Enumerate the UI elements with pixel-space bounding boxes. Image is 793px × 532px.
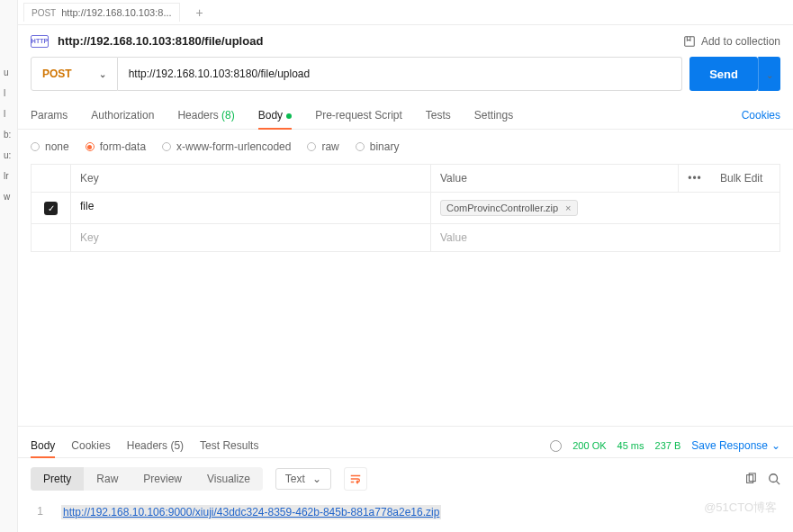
view-raw[interactable]: Raw <box>84 467 131 491</box>
view-pretty[interactable]: Pretty <box>31 467 84 491</box>
status-code: 200 OK <box>572 440 606 451</box>
response-body: 1 http://192.168.10.106:9000/xiuji/43ddc… <box>18 500 793 532</box>
resp-tab-body[interactable]: Body <box>31 434 55 457</box>
form-data-table: Key Value ••• Bulk Edit ✓ ComProvincCont… <box>31 164 780 252</box>
radio-icon <box>162 142 171 151</box>
tabs-bar: POST http://192.168.10.103:8... + <box>18 0 793 25</box>
table-header: Key Value ••• Bulk Edit <box>32 165 779 193</box>
rail-item[interactable]: l <box>0 83 17 104</box>
request-tabs: Params Authorization Headers (8) Body Pr… <box>18 102 793 130</box>
view-preview[interactable]: Preview <box>131 467 194 491</box>
response-tabs: Body Cookies Headers (5) Test Results 20… <box>18 427 793 458</box>
response-meta: 200 OK 45 ms 237 B Save Response ⌄ <box>550 439 780 452</box>
tab-headers[interactable]: Headers (8) <box>177 102 234 129</box>
radio-icon <box>86 142 95 151</box>
chevron-down-icon: ⌄ <box>99 69 106 79</box>
save-icon <box>683 35 696 48</box>
body-type-row: none form-data x-www-form-urlencoded raw… <box>18 130 793 164</box>
col-value: Value <box>431 165 679 192</box>
add-to-collection-button[interactable]: Add to collection <box>683 35 780 48</box>
svg-rect-0 <box>685 36 695 46</box>
tab-method: POST <box>32 8 56 18</box>
new-tab-button[interactable]: + <box>189 5 211 20</box>
value-input[interactable] <box>440 231 670 244</box>
file-chip[interactable]: ComProvincController.zip × <box>440 200 578 216</box>
tab-settings[interactable]: Settings <box>474 102 513 129</box>
chevron-down-icon: ⌄ <box>766 70 773 80</box>
chevron-down-icon: ⌄ <box>771 439 780 452</box>
cookies-link[interactable]: Cookies <box>742 102 780 129</box>
rail-item[interactable]: lr <box>0 166 17 186</box>
globe-icon[interactable] <box>550 440 562 452</box>
line-number: 1 <box>31 505 43 519</box>
chevron-down-icon: ⌄ <box>312 473 321 485</box>
resp-tab-tests[interactable]: Test Results <box>200 434 258 457</box>
rail-item[interactable]: u: <box>0 145 17 166</box>
left-rail: u l l b: u: lr w <box>0 0 18 532</box>
radio-none[interactable]: none <box>31 140 69 153</box>
rail-item[interactable]: w <box>0 186 17 207</box>
view-actions <box>744 473 780 485</box>
header-row: HTTP http://192.168.10.103:8180/file/upl… <box>18 25 793 57</box>
key-input[interactable] <box>80 231 421 244</box>
remove-file-icon[interactable]: × <box>565 203 571 213</box>
radio-binary[interactable]: binary <box>356 140 400 153</box>
search-icon[interactable] <box>768 473 780 485</box>
row-checkbox[interactable]: ✓ <box>44 202 58 215</box>
bulk-edit-button[interactable]: Bulk Edit <box>711 165 779 192</box>
url-input[interactable] <box>118 57 683 91</box>
method-select[interactable]: POST ⌄ <box>31 57 118 91</box>
view-visualize[interactable]: Visualize <box>194 467 263 491</box>
wrap-icon <box>349 473 362 485</box>
table-row: ✓ ComProvincController.zip × <box>32 193 779 224</box>
modified-dot-icon <box>286 113 292 119</box>
send-dropdown[interactable]: ⌄ <box>758 57 780 91</box>
col-key: Key <box>71 165 431 192</box>
response-panel: Body Cookies Headers (5) Test Results 20… <box>18 426 793 532</box>
key-input[interactable] <box>80 200 421 212</box>
table-row-empty <box>32 224 779 251</box>
copy-icon[interactable] <box>744 473 757 485</box>
radio-icon <box>307 142 316 151</box>
view-row: Pretty Raw Preview Visualize Text ⌄ <box>18 458 793 500</box>
save-response-button[interactable]: Save Response ⌄ <box>691 439 780 452</box>
resp-tab-cookies[interactable]: Cookies <box>71 434 110 457</box>
view-mode-group: Pretty Raw Preview Visualize <box>31 467 263 491</box>
send-button[interactable]: Send <box>689 57 758 91</box>
tab-prerequest[interactable]: Pre-request Script <box>315 102 402 129</box>
response-link[interactable]: http://192.168.10.106:9000/xiuji/43ddc32… <box>61 505 441 519</box>
more-options[interactable]: ••• <box>679 165 711 192</box>
radio-xwww[interactable]: x-www-form-urlencoded <box>162 140 291 153</box>
rail-item[interactable]: u <box>0 62 17 83</box>
http-icon: HTTP <box>31 35 49 48</box>
url-row: POST ⌄ Send ⌄ <box>18 57 793 102</box>
status-size: 237 B <box>655 440 681 451</box>
resp-tab-headers[interactable]: Headers (5) <box>127 434 184 457</box>
watermark: @51CTO博客 <box>704 500 777 516</box>
status-time: 45 ms <box>617 440 644 451</box>
wrap-lines-button[interactable] <box>344 467 367 491</box>
request-tab[interactable]: POST http://192.168.10.103:8... <box>23 3 180 22</box>
svg-point-3 <box>770 474 778 482</box>
radio-raw[interactable]: raw <box>307 140 338 153</box>
radio-form-data[interactable]: form-data <box>86 140 146 153</box>
request-title: http://192.168.10.103:8180/file/upload <box>58 34 263 48</box>
radio-icon <box>31 142 40 151</box>
format-select[interactable]: Text ⌄ <box>275 468 331 490</box>
tab-authorization[interactable]: Authorization <box>91 102 154 129</box>
tab-title: http://192.168.10.103:8... <box>61 7 171 18</box>
tab-tests[interactable]: Tests <box>426 102 451 129</box>
rail-item[interactable]: l <box>0 104 17 124</box>
rail-item[interactable]: b: <box>0 124 17 145</box>
radio-icon <box>356 142 365 151</box>
tab-params[interactable]: Params <box>31 102 68 129</box>
tab-body[interactable]: Body <box>258 102 292 129</box>
